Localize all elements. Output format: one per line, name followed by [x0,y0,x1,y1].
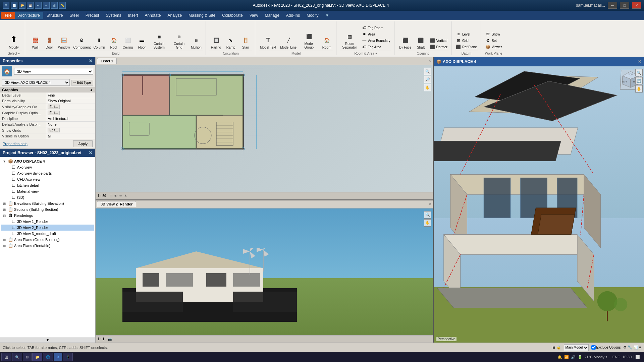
tag-room-btn[interactable]: 🏷 Tag Room [361,25,391,31]
shadows-icon[interactable]: ☀ [124,194,127,198]
menu-collaborate[interactable]: Collaborate [219,12,246,19]
pan-btn[interactable]: ✋ [424,84,431,91]
tree-item-material[interactable]: ☐ Material view [1,188,94,194]
grid-btn[interactable]: ⊞ Grid [455,38,478,44]
modify-btn[interactable]: ⬆ Modify [5,32,22,50]
area-btn[interactable]: ■ Area [361,31,391,37]
tag-area-btn[interactable]: 🏷 Tag Area [361,44,391,50]
tree-toggle-axo-displace[interactable]: ▼ [2,159,7,164]
bottom-view-close-btn[interactable]: ✕ [428,202,431,206]
taskbar-search[interactable]: 🔍 [12,353,22,361]
new-btn[interactable]: 📄 [11,2,17,9]
measure-btn[interactable]: 📏 [59,2,66,9]
level-btn[interactable]: ≡ Level [455,31,478,37]
tree-toggle-elevations[interactable]: ⊞ [2,201,7,206]
prop-value-detail-level[interactable]: Fine [46,93,95,98]
save-btn[interactable]: 💾 [27,2,34,9]
viewer-btn[interactable]: 📦 Viewer [484,44,503,50]
tree-toggle-area-gross[interactable]: ⊞ [2,237,7,242]
right-view-close-btn[interactable]: ✕ [638,59,641,64]
render-perspective-icon[interactable]: 📷 [108,337,112,341]
curtain-system-btn[interactable]: ▦ Curtain System [149,31,169,50]
tree-toggle-sections[interactable]: ⊞ [2,207,7,212]
tree-item-cfd-axo[interactable]: ☐ CFD Axo view [1,176,94,182]
taskbar-explorer[interactable]: 📁 [32,353,42,361]
room-btn[interactable]: 🏠 Room [320,34,333,50]
close-btn[interactable]: ✕ [632,2,641,9]
right-zoom-btn[interactable]: 🔍 [635,69,643,76]
battery-icon[interactable]: 🔋 [578,355,582,359]
show-grids-edit-btn[interactable]: Edit... [48,128,60,132]
prop-value-vis-graphics[interactable]: Edit... [46,104,95,110]
tree-item-3d[interactable]: ☐ {3D} [1,194,94,200]
properties-help-link[interactable]: Properties help [3,142,28,146]
tree-item-elevations[interactable]: ⊞ 📋 Elevations (Building Elevation) [1,200,94,206]
tree-item-axo-view[interactable]: ☐ Axo view [1,164,94,170]
menu-insert[interactable]: Insert [124,12,141,19]
ramp-btn[interactable]: ⬊ Ramp [224,34,237,50]
tree-item-sections[interactable]: ⊞ 📋 Sections (Building Section) [1,206,94,213]
model-line-btn[interactable]: ╱ Model Line [279,34,298,50]
open-btn[interactable]: 📂 [19,2,25,9]
top-view-maximize-btn[interactable]: ✕ [428,59,431,63]
tree-item-kitchen[interactable]: ☐ kitchen detail [1,182,94,188]
mullion-btn[interactable]: ⊟ Mullion [190,34,203,50]
prop-value-show-grids[interactable]: Edit... [46,127,95,133]
volume-icon[interactable]: 🔊 [571,355,576,359]
curtain-grid-btn[interactable]: ⊞ Curtain Grid [169,31,189,50]
window-btn[interactable]: 🪟 Window [57,34,71,50]
menu-precast[interactable]: Precast [82,12,103,19]
menu-contextual[interactable]: ▼ [322,12,333,19]
menu-analyze[interactable]: Analyze [164,12,185,19]
taskbar-revit[interactable]: R [54,353,62,361]
render-zoom-btn[interactable]: 🔍 [424,211,431,219]
menu-manage[interactable]: Manage [261,12,282,19]
prop-value-graphic-display[interactable]: Edit... [46,110,95,116]
tab-render-view[interactable]: 3D View 2_Render [97,201,136,207]
show-btn[interactable]: 👁 Show [484,31,503,37]
taskbar-taskview[interactable]: ⊟ [23,353,32,361]
ceiling-btn[interactable]: ⬜ Ceiling [121,34,135,50]
props-section-toggle[interactable]: ▲ [90,88,93,92]
wall-btn[interactable]: 🧱 Wall [29,34,42,50]
stair-btn[interactable]: 🪜 Stair [239,34,252,50]
shaft-btn[interactable]: ⬛ Shaft [414,34,428,50]
tree-item-area-gross[interactable]: ⊞ 📋 Area Plans (Gross Building) [1,237,94,243]
render-canvas[interactable]: 🔍 ✋ [96,208,433,336]
maximize-btn[interactable]: □ [620,2,629,9]
vertical-btn[interactable]: ⬛ Vertical [429,38,448,44]
menu-addins[interactable]: Add-Ins [283,12,303,19]
area-boundary-btn[interactable]: — Area Boundary [361,38,391,44]
view-options-icon[interactable]: ⊞ [110,194,112,198]
prop-value-default-analysis[interactable]: None [46,122,95,127]
prop-value-visible-in-option[interactable]: all [46,133,95,139]
component-btn[interactable]: ⚙ Component [72,34,92,50]
graphic-display-edit-btn[interactable]: Edit... [48,111,60,115]
menu-modify[interactable]: Modify [303,12,322,19]
apply-btn[interactable]: Apply [73,140,93,147]
floor-plan-canvas[interactable]: 🔍 🔎 ✋ [96,65,433,192]
network-icon[interactable]: 📶 [564,355,569,359]
right-pan-btn[interactable]: ✋ [635,85,643,93]
right-3d-canvas[interactable]: TOP LEFT FRONT 🔍 🔄 ✋ Perspective [434,66,644,343]
door-btn[interactable]: 🚪 Door [43,34,56,50]
menu-architecture[interactable]: Architecture [15,12,43,19]
roof-btn[interactable]: 🏠 Roof [107,34,120,50]
tree-item-area-rentable[interactable]: ⊞ 📋 Area Plans (Rentable) [1,243,94,249]
properties-close-btn[interactable]: ✕ [89,58,93,64]
browser-close-btn[interactable]: ✕ [89,150,93,156]
notification-icon[interactable]: 🔔 [557,355,562,359]
right-orbit-btn[interactable]: 🔄 [635,77,643,84]
model-text-btn[interactable]: T Model Text [259,34,277,50]
tree-item-render1[interactable]: ☐ 3D View 1_Render [1,219,94,225]
prop-value-parts-vis[interactable]: Show Original [46,98,95,104]
temp-hide-icon[interactable]: 👁 [114,194,117,198]
column-btn[interactable]: Ⅱ Column [92,34,106,50]
show-desktop-btn[interactable]: ⬜ [634,355,640,359]
room-separator-btn[interactable]: ▧ Room Separator [340,31,359,50]
taskbar-apps[interactable]: 📱 [63,353,73,361]
view-type-select[interactable]: 3D View [14,68,93,75]
menu-view[interactable]: View [246,12,262,19]
floor-btn[interactable]: ▬ Floor [135,34,149,50]
edit-type-btn[interactable]: ✏ Edit Type [71,80,93,85]
